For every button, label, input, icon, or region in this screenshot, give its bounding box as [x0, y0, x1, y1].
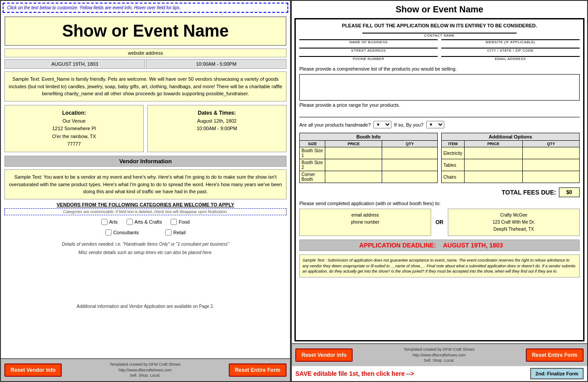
send-city: DeepN Theheart, TX [453, 226, 575, 233]
contact-name-label: CONTACT NAME [299, 34, 580, 37]
booth-size-1-qty[interactable] [382, 147, 438, 159]
arts-crafts-checkbox[interactable] [127, 219, 133, 225]
additional-options-table: Additional Options ITEM PRICE QTY Electr… [441, 133, 580, 183]
send-right: Crafty McGee 123 Craft With Me Dr. DeepN… [448, 209, 580, 236]
electricity-qty[interactable] [522, 147, 579, 159]
add-col-item: ITEM [442, 141, 465, 147]
website-field: WEBSITE (IF APPLICABLE) [441, 39, 580, 46]
food-checkbox[interactable] [171, 219, 177, 225]
location-text[interactable]: Our Venue 1212 Somewhere Pl O'er the rai… [8, 117, 140, 148]
chairs-price[interactable] [464, 171, 522, 183]
tables-qty[interactable] [522, 159, 579, 171]
disclaimer: Sample Text : Submission of application … [299, 255, 580, 277]
vendor-info-header: Vendor Information [4, 156, 287, 167]
checkbox-arts[interactable]: Arts [101, 219, 118, 225]
vendor-description[interactable]: Sample Text: You want to be a vendor at … [4, 169, 287, 199]
by-you-dropdown[interactable]: ▼ Yes No [426, 121, 444, 128]
fill-out-notice: PLEASE FILL OUT THE APPLICATION BELOW IN… [299, 23, 580, 28]
consultants-label: Consultants [113, 230, 139, 235]
left-footer-line3: Sell. Shop. Local. [63, 373, 227, 378]
checkbox-food[interactable]: Food [171, 219, 190, 225]
left-reset-vendor-btn[interactable]: Reset Vendor Info [4, 363, 62, 377]
checkbox-retail[interactable]: Retail [165, 229, 186, 236]
dates-text[interactable]: August 12th, 1802 10:00AM - 9:00PM [151, 117, 283, 133]
send-left: email address phone number [299, 209, 431, 236]
left-footer: Reset Vendor Info Templated created by D… [1, 358, 290, 381]
total-value: $0 [559, 187, 580, 197]
send-name: Crafty McGee [453, 212, 575, 219]
dates-label: Dates & Times: [151, 109, 283, 117]
booth-size-2-price[interactable] [325, 159, 382, 171]
handmade-dropdown[interactable]: ▼ Yes No [373, 121, 391, 128]
right-reset-vendor-btn[interactable]: Reset Vendor Info [295, 348, 353, 362]
street-field: STREET ADDRESS [299, 48, 438, 54]
deadline-date: AUGUST 19TH, 1803 [439, 240, 579, 251]
food-label: Food [179, 219, 190, 225]
products-prompt: Please provide a comprehensive list of t… [299, 66, 580, 71]
booth-row-3: Corner Booth [300, 171, 438, 183]
tables-row: Booth Info SIZE PRICE QTY Booth Size 1 [299, 133, 580, 183]
left-reset-entire-btn[interactable]: Reset Entire Form [229, 363, 287, 377]
categories-note: Categories are customizable. If field te… [4, 208, 287, 215]
deadline-row: APPLICATION DEADLINE: AUGUST 19TH, 1803 [299, 240, 580, 251]
right-inner: PLEASE FILL OUT THE APPLICATION BELOW IN… [294, 18, 584, 341]
send-address: 123 Craft With Me Dr. [453, 219, 575, 226]
right-footer: Reset Vendor Info Templated created by D… [292, 343, 587, 366]
chairs-qty[interactable] [522, 171, 579, 183]
checkbox-consultants[interactable]: Consultants [105, 229, 139, 236]
event-title[interactable]: Show or Event Name [4, 16, 287, 46]
price-prompt: Please provide a price range for your pr… [299, 102, 580, 108]
business-label: NAME OF BUSINESS [299, 40, 438, 44]
checkbox-arts-crafts[interactable]: Arts & Crafts [127, 219, 162, 225]
arts-crafts-label: Arts & Crafts [134, 219, 162, 225]
booth-row-1: Booth Size 1 [300, 147, 438, 159]
products-textarea[interactable] [299, 74, 580, 101]
vendor-detail-1: Details of vendors needed: i.e. "Handmad… [4, 242, 287, 247]
booth-size-1-price[interactable] [325, 147, 382, 159]
corner-booth-qty[interactable] [382, 171, 438, 183]
booth-col-price: PRICE [325, 141, 382, 147]
booth-col-size: SIZE [300, 141, 325, 147]
page-note: Additional information and Vendor Applic… [4, 304, 287, 309]
send-prompt: Please send completed application (with … [299, 201, 580, 206]
consultants-checkbox[interactable] [105, 229, 112, 236]
website-label: WEBSITE (IF APPLICABLE) [441, 40, 580, 44]
categories-row-2: Consultants Retail [4, 229, 287, 236]
city-field: CITY / STATE / ZIP CODE [441, 48, 580, 54]
or-text: OR [435, 209, 443, 236]
booth-info-header: Booth Info [300, 133, 438, 141]
city-label: CITY / STATE / ZIP CODE [441, 49, 580, 52]
left-footer-credit: Templated created by DFW Craft Shows htt… [63, 362, 227, 378]
categories-row-1: Arts Arts & Crafts Food [4, 219, 287, 225]
tables-label: Tables [442, 159, 465, 171]
vendor-detail-2: Misc vendor details such as setup times … [4, 250, 287, 255]
add-row-electricity: Electricity [442, 147, 580, 159]
date-time-row: AUGUST 19TH, 1803 10:00AM - 5:00PM [4, 59, 287, 69]
contact-name-field: CONTACT NAME [299, 33, 580, 39]
phone-field: PHONE NUMBER [299, 56, 438, 63]
booth-size-2-label: Booth Size 2 [300, 159, 325, 171]
handmade-row: Are all your products handmade? ▼ Yes No… [299, 121, 580, 128]
price-underline[interactable] [299, 110, 580, 117]
send-phone: phone number [304, 219, 426, 226]
finalize-button[interactable]: 2nd: Finalize Form [530, 368, 584, 379]
additional-options-header: Additional Options [442, 133, 580, 141]
website-bar[interactable]: website address [4, 49, 287, 57]
right-footer-line2: http://www.dfwcraftshows.com [354, 352, 524, 358]
phone-email-row: PHONE NUMBER EMAIL ADDRESS [299, 56, 580, 63]
arts-checkbox[interactable] [101, 219, 108, 225]
event-time[interactable]: 10:00AM - 5:00PM [146, 59, 287, 69]
electricity-price[interactable] [464, 147, 522, 159]
retail-checkbox[interactable] [165, 229, 171, 236]
event-date[interactable]: AUGUST 19TH, 1803 [4, 59, 145, 69]
left-footer-line1: Templated created by DFW Craft Shows [63, 362, 227, 367]
event-description[interactable]: Sample Text: Event_Name is family friend… [4, 71, 287, 101]
tables-price[interactable] [464, 159, 522, 171]
right-reset-entire-btn[interactable]: Reset Entire Form [526, 348, 584, 362]
right-footer-line1: Templated created by DFW Craft Shows [354, 347, 524, 352]
booth-size-2-qty[interactable] [382, 159, 438, 171]
categories-header: VENDORS FROM THE FOLLOWING CATEGORIES AR… [4, 202, 287, 207]
corner-booth-price[interactable] [325, 171, 382, 183]
retail-label: Retail [173, 230, 186, 235]
booth-col-qty: QTY [382, 141, 438, 147]
